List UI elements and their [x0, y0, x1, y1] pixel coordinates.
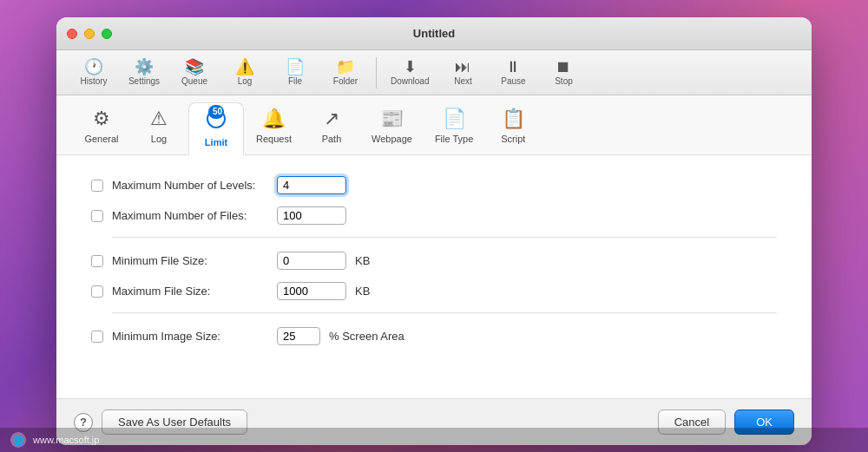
stop-icon: ⏹ [556, 59, 571, 75]
filetype-tab-icon: 📄 [443, 108, 466, 130]
limit-tab-icon: 50 [206, 108, 227, 134]
max-file-size-unit: KB [355, 285, 370, 298]
log-tab-label: Log [151, 134, 167, 144]
max-file-size-label: Maximum File Size: [112, 285, 268, 298]
next-label: Next [454, 76, 472, 86]
general-tab-label: General [84, 134, 118, 144]
close-button[interactable] [67, 29, 77, 39]
toolbar-queue[interactable]: 📚 Queue [171, 56, 218, 89]
download-label: Download [391, 76, 429, 86]
tab-webpage[interactable]: 📰 Webpage [361, 102, 423, 154]
log-tab-icon: ⚠ [150, 108, 168, 130]
max-levels-label: Maximum Number of Levels: [112, 179, 268, 192]
tab-script[interactable]: 📋 Script [485, 102, 541, 154]
toolbar: 🕐 History ⚙️ Settings 📚 Queue ⚠️ Log 📄 F… [56, 50, 812, 95]
tab-bar: ⚙ General ⚠ Log 50 Limit 🔔 Request ↗ Pat… [56, 95, 812, 155]
general-tab-icon: ⚙ [93, 108, 110, 130]
limit-badge: 50 [208, 105, 224, 119]
traffic-lights [67, 29, 112, 39]
max-levels-checkbox[interactable] [91, 180, 103, 192]
request-tab-label: Request [256, 134, 292, 144]
tab-filetype[interactable]: 📄 File Type [424, 102, 483, 154]
settings-icon: ⚙️ [135, 59, 154, 75]
max-files-checkbox[interactable] [91, 210, 103, 222]
window-title: Untitled [413, 27, 455, 40]
request-tab-icon: 🔔 [262, 108, 286, 130]
file-icon: 📄 [286, 59, 305, 75]
script-tab-label: Script [501, 134, 525, 144]
webpage-tab-icon: 📰 [380, 108, 404, 130]
toolbar-folder[interactable]: 📁 Folder [322, 56, 369, 89]
status-bar: 🌐 www.macsoft.jp [0, 428, 868, 452]
max-files-label: Maximum Number of Files: [112, 209, 268, 222]
tab-path[interactable]: ↗ Path [304, 102, 359, 154]
min-file-size-label: Minimum File Size: [112, 254, 268, 267]
toolbar-log[interactable]: ⚠️ Log [221, 56, 268, 89]
toolbar-settings[interactable]: ⚙️ Settings [121, 56, 168, 89]
stop-label: Stop [555, 76, 573, 86]
min-image-size-input[interactable] [277, 327, 320, 345]
path-tab-icon: ↗ [324, 108, 339, 130]
pause-icon: ⏸ [505, 59, 521, 75]
folder-icon: 📁 [336, 59, 355, 75]
tab-limit[interactable]: 50 Limit [188, 102, 244, 155]
max-files-input[interactable] [277, 206, 346, 225]
path-tab-label: Path [322, 134, 342, 144]
min-image-size-label: Minimum Image Size: [112, 330, 268, 343]
status-url: www.macsoft.jp [33, 435, 99, 445]
filetype-tab-label: File Type [435, 134, 473, 144]
toolbar-next[interactable]: ⏭ Next [439, 56, 486, 89]
main-window: Untitled 🕐 History ⚙️ Settings 📚 Queue ⚠… [56, 17, 812, 445]
max-file-size-checkbox[interactable] [91, 285, 103, 298]
content-area: Maximum Number of Levels: Maximum Number… [56, 155, 812, 398]
settings-label: Settings [128, 76, 160, 86]
tab-log[interactable]: ⚠ Log [131, 102, 187, 154]
title-bar: Untitled [56, 17, 812, 50]
toolbar-separator [376, 57, 377, 88]
tab-general[interactable]: ⚙ General [74, 102, 129, 154]
min-image-size-checkbox[interactable] [91, 331, 103, 343]
script-tab-icon: 📋 [502, 108, 525, 130]
toolbar-stop[interactable]: ⏹ Stop [540, 56, 587, 89]
tab-request[interactable]: 🔔 Request [246, 102, 302, 154]
max-file-size-input[interactable] [277, 282, 346, 300]
toolbar-history[interactable]: 🕐 History [70, 56, 117, 89]
file-label: File [288, 76, 302, 86]
toolbar-download[interactable]: ⬇ Download [384, 56, 436, 89]
min-file-size-input[interactable] [277, 252, 346, 270]
max-levels-input[interactable] [277, 176, 346, 194]
divider-2 [112, 312, 777, 313]
status-globe-icon: 🌐 [10, 432, 26, 448]
minimize-button[interactable] [84, 29, 95, 39]
min-file-size-unit: KB [355, 254, 370, 267]
download-icon: ⬇ [404, 59, 417, 75]
history-label: History [80, 76, 107, 86]
queue-label: Queue [181, 76, 207, 86]
max-files-row: Maximum Number of Files: [91, 206, 777, 225]
maximize-button[interactable] [102, 29, 112, 39]
next-icon: ⏭ [455, 59, 470, 75]
max-file-size-row: Maximum File Size: KB [91, 282, 777, 300]
divider-1 [112, 237, 777, 238]
log-label: Log [238, 76, 253, 86]
folder-label: Folder [333, 76, 358, 86]
toolbar-pause[interactable]: ⏸ Pause [490, 56, 536, 89]
min-file-size-checkbox[interactable] [91, 255, 103, 267]
limit-tab-label: Limit [205, 137, 227, 147]
min-image-size-unit: % Screen Area [329, 330, 404, 343]
toolbar-file[interactable]: 📄 File [272, 56, 319, 89]
pause-label: Pause [501, 76, 525, 86]
log-icon: ⚠️ [235, 59, 254, 75]
history-icon: 🕐 [84, 59, 103, 75]
min-file-size-row: Minimum File Size: KB [91, 252, 777, 270]
queue-icon: 📚 [185, 59, 204, 75]
max-levels-row: Maximum Number of Levels: [91, 176, 777, 194]
min-image-size-row: Minimum Image Size: % Screen Area [91, 327, 777, 345]
webpage-tab-label: Webpage [372, 134, 412, 144]
